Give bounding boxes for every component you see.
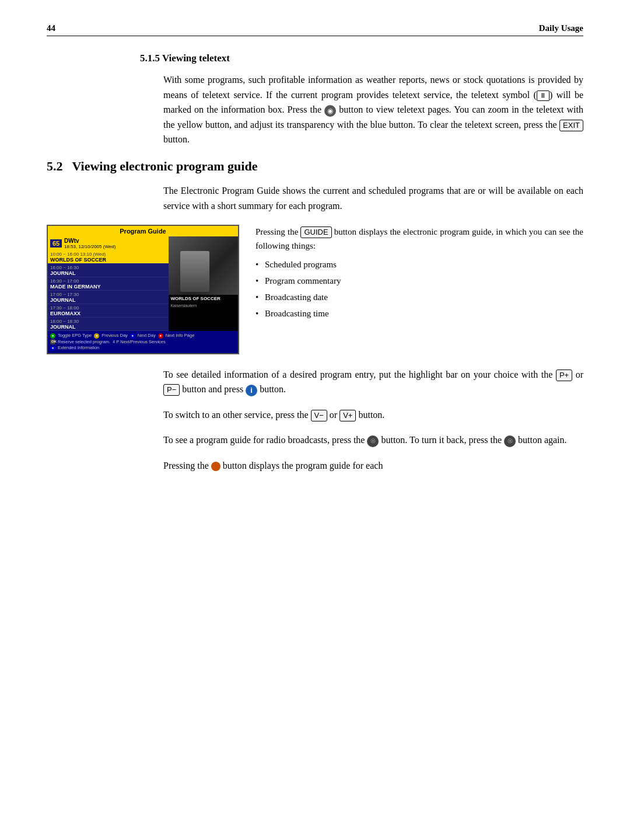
epg-footer-text-4: Next Info Page [166, 333, 195, 339]
para5: Pressing the button displays the program… [163, 458, 583, 473]
epg-name-3: JOURNAL [50, 297, 166, 303]
bullet-item-2: Broadcasting date [256, 290, 583, 304]
epg-time-5: 18:00 ~ 18:30 [50, 319, 166, 324]
info-button-icon: i [246, 385, 257, 396]
epg-name-0: WORLDS OF SOCCER [50, 257, 166, 263]
btn-yellow-icon: ● [94, 333, 99, 339]
guide-para: Pressing the GUIDE button displays the e… [256, 225, 583, 253]
section-52-heading-row: 5.2 Viewing electronic program guide [47, 159, 583, 174]
epg-side-name-0: WORLDS OF SOCCER [170, 296, 236, 301]
teletext-para3: button. [163, 134, 190, 144]
para4-end: button again. [516, 435, 567, 445]
teletext-button-icon: ◉ [324, 105, 336, 117]
para3-or: or [327, 410, 340, 420]
para4: To see a program guide for radio broadca… [163, 433, 583, 448]
epg-name-2: MADE IN GERMANY [50, 284, 166, 290]
epg-thumb-figure [180, 251, 209, 292]
guide-text-before: Pressing the [256, 227, 300, 236]
epg-channel-number: 65 [50, 239, 62, 248]
page-number: 44 [47, 23, 55, 33]
epg-title-bar: Program Guide [48, 226, 238, 236]
radio-button-icon: ☉ [367, 435, 379, 447]
section-515-heading: 5.1.5 Viewing teletext [140, 53, 583, 64]
epg-time-0: 10:00 ~ 16:00 13:10 (Wed) [50, 252, 166, 257]
section-515: 5.1.5 Viewing teletext With some program… [47, 53, 583, 147]
btn-blue-icon: ● [130, 333, 135, 339]
epg-guide-text: Pressing the GUIDE button displays the e… [256, 225, 583, 323]
epg-channel-row: 65 DWtv 18:53, 12/10/2005 (Wed) [48, 236, 169, 250]
epg-program-row-4: 17:30 ~ 18:00 EUROMAXX [48, 304, 169, 318]
section-52: 5.2 Viewing electronic program guide The… [47, 159, 583, 473]
para3: To switch to an other service, press the… [163, 407, 583, 423]
epg-footer-text-7: Extended Information [58, 345, 99, 351]
epg-footer-row-1: ● Toggle EPG Type ● Previous Day ● Next … [50, 333, 236, 339]
epg-program-row-0: 10:00 ~ 16:00 13:10 (Wed) WORLDS OF SOCC… [48, 250, 169, 264]
epg-side-sub-1: Kaiserslautern [170, 304, 236, 308]
radio-button2-icon: ☉ [504, 435, 516, 447]
btn-ok-icon: OK [50, 339, 55, 344]
para3-end: button. [356, 410, 384, 420]
section-52-title: Viewing electronic program guide [72, 159, 258, 174]
btn-green-icon: ● [50, 333, 55, 339]
p-plus-key: P+ [556, 370, 572, 381]
epg-program-row-5: 18:00 ~ 18:30 JOURNAL [48, 318, 169, 331]
v-minus-key: V− [311, 410, 327, 421]
para4-start: To see a program guide for radio broadca… [163, 435, 367, 445]
teletext-symbol-icon: ≣ [537, 90, 550, 101]
epg-time-1: 16:00 ~ 16:30 [50, 265, 166, 270]
epg-channel-info: DWtv 18:53, 12/10/2005 (Wed) [64, 238, 116, 249]
btn-blue2-icon: ● [50, 346, 55, 351]
epg-name-1: JOURNAL [50, 270, 166, 276]
para5-end: button displays the program guide for ea… [220, 461, 383, 470]
orange-button-icon [211, 462, 220, 471]
para2-or: or [572, 370, 583, 379]
epg-side-prog-0: WORLDS OF SOCCER [169, 295, 238, 302]
epg-footer-text-5: Reserve selected program. [58, 339, 110, 346]
epg-time-4: 17:30 ~ 18:00 [50, 305, 166, 311]
para5-start: Pressing the [163, 461, 211, 470]
bullet-item-1: Program commentary [256, 274, 583, 288]
epg-footer-text-3: Next Day [138, 333, 156, 339]
section-52-num: 5.2 [47, 159, 63, 174]
epg-section: Program Guide 65 DWtv 18:53, 12/10/2005 … [47, 225, 583, 354]
teletext-para1: With some programs, such profitable info… [163, 75, 583, 100]
para2-end: button and press [180, 384, 246, 394]
v-plus-key: V+ [340, 410, 356, 421]
page-header: 44 Daily Usage [47, 23, 583, 36]
epg-time-3: 17:00 ~ 17:30 [50, 292, 166, 297]
exit-key: EXIT [559, 120, 583, 131]
epg-footer-text-1: Toggle EPG Type [58, 333, 92, 339]
epg-body: 65 DWtv 18:53, 12/10/2005 (Wed) 10:00 ~ … [48, 236, 238, 331]
epg-channel-time: 18:53, 12/10/2005 (Wed) [64, 244, 116, 249]
epg-name-5: JOURNAL [50, 324, 166, 330]
p-minus-key: P− [163, 384, 180, 396]
para4-mid: button. To turn it back, press the [379, 435, 504, 445]
page-header-title: Daily Usage [539, 23, 583, 33]
bullet-item-3: Broadcasting time [256, 306, 583, 320]
epg-thumbnail [169, 236, 238, 295]
epg-program-row-3: 17:00 ~ 17:30 JOURNAL [48, 291, 169, 304]
para2: To see detailed information of a desired… [163, 367, 583, 397]
epg-left-panel: 65 DWtv 18:53, 12/10/2005 (Wed) 10:00 ~ … [48, 236, 169, 331]
para2-start: To see detailed information of a desired… [163, 370, 556, 379]
epg-channel-name: DWtv [64, 238, 116, 244]
guide-key: GUIDE [300, 226, 331, 238]
epg-footer-text-2: Previous Day [102, 333, 128, 339]
para3-start: To switch to an other service, press the [163, 410, 311, 420]
section-52-intro: The Electronic Program Guide shows the c… [163, 183, 583, 213]
epg-footer-row-2: OK Reserve selected program. 4 P Next/Pr… [50, 339, 236, 346]
epg-program-row-1: 16:00 ~ 16:30 JOURNAL [48, 264, 169, 277]
bullet-list: Scheduled programs Program commentary Br… [256, 257, 583, 320]
epg-program-row-2: 16:30 ~ 17:00 MADE IN GERMANY [48, 277, 169, 291]
btn-red-icon: ● [158, 333, 163, 339]
section-515-text: With some programs, such profitable info… [163, 72, 583, 147]
epg-footer-text-6: 4 P Next/Previous Services [113, 339, 166, 346]
para2-end2: button. [257, 384, 286, 394]
epg-name-4: EUROMAXX [50, 311, 166, 316]
epg-side-prog-1: Kaiserslautern [169, 302, 238, 309]
epg-time-2: 16:30 ~ 17:00 [50, 278, 166, 284]
epg-screenshot: Program Guide 65 DWtv 18:53, 12/10/2005 … [47, 225, 239, 354]
epg-footer-row-3: ● Extended Information [50, 345, 236, 351]
bullet-item-0: Scheduled programs [256, 257, 583, 271]
epg-footer: ● Toggle EPG Type ● Previous Day ● Next … [48, 331, 238, 353]
